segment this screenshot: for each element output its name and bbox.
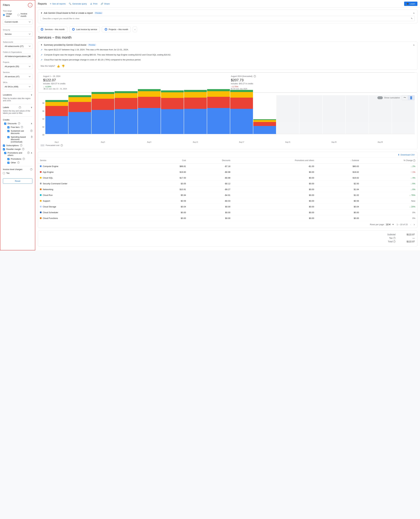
sustained-use-checkbox[interactable] [7, 130, 9, 132]
subtotal-cell-4: $1.64 [316, 186, 361, 192]
thumbs-down-button[interactable]: 👎 [61, 65, 65, 68]
reseller-margin-checkbox[interactable] [3, 148, 5, 150]
x-label-7 [207, 141, 230, 143]
subaccounts-select[interactable]: All subaccounts (27) [3, 44, 32, 49]
rows-per-page-select[interactable]: 10 25 50 [385, 223, 391, 226]
discounts-cell-4: -$9.27 [188, 186, 232, 192]
forecasted-help-icon[interactable]: ? [254, 75, 256, 77]
labels-title[interactable]: Labels ? ∨ [3, 106, 32, 109]
total-help-icon[interactable]: ? [393, 240, 396, 243]
col-discounts[interactable]: Discounts [188, 158, 232, 163]
folders-select[interactable]: All folders/organizations (28) [3, 54, 32, 59]
learn-button[interactable]: 🎓 Learn [404, 2, 417, 6]
col-promotions[interactable]: Promotions and others [232, 158, 316, 163]
service-dot-7 [40, 206, 42, 208]
bar-group-6[interactable] [184, 90, 207, 134]
invoice-month-option[interactable]: Invoice month [17, 13, 32, 17]
promotions-others-checkbox[interactable] [4, 152, 6, 154]
bar-group-12[interactable] [323, 95, 345, 134]
col-change[interactable]: % Change ? [361, 158, 417, 163]
services-select[interactable]: All services (47) [3, 74, 32, 79]
bar-group-14[interactable] [369, 95, 392, 134]
discounts-checkbox[interactable] [4, 123, 6, 125]
tax-help-icon[interactable]: ? [393, 237, 396, 239]
invoice-level-help-icon[interactable]: ? [30, 168, 32, 171]
thumbs-up-button[interactable]: 👍 [57, 65, 60, 68]
locations-title[interactable]: Locations ∨ [3, 94, 32, 96]
generate-query-link[interactable]: 🔍 Generate query [69, 3, 87, 5]
tab-last-invoice[interactable]: Last invoice by service [69, 26, 100, 32]
download-csv-button[interactable]: ⬇ Download CSV [398, 154, 415, 156]
tab-services-this-month[interactable]: Services – this month [38, 26, 67, 32]
collapse-filters-button[interactable]: › [28, 3, 32, 7]
tax-checkbox[interactable] [3, 172, 5, 174]
x-label-0: Aug 1 [45, 141, 68, 143]
promotions-others-item: Promotions and others ? ∧ [4, 152, 32, 156]
bar-group-15[interactable] [392, 95, 415, 134]
bar-group-9[interactable] [253, 119, 276, 134]
prev-page-button[interactable]: ‹ [410, 223, 411, 226]
bar-group-7[interactable] [207, 89, 230, 134]
bar-group-5[interactable] [161, 90, 184, 134]
tab-arrow-right[interactable]: › [133, 26, 137, 32]
tab-projects-this-month[interactable]: Projects – this month [102, 26, 131, 32]
skus-select[interactable]: All SKUs (408) [3, 84, 32, 89]
other-checkbox[interactable] [7, 162, 9, 164]
x-label-6: Aug 13 [184, 141, 207, 143]
projects-select[interactable]: All projects (55) [3, 64, 32, 69]
usage-date-option[interactable]: Usage date [3, 13, 15, 17]
summary-preview-badge: Preview [88, 44, 96, 46]
usage-date-radio[interactable] [3, 14, 5, 16]
reset-button[interactable]: Reset [3, 178, 32, 184]
bar-group-0[interactable] [45, 100, 68, 134]
promotions-others-chevron-icon: ∧ [31, 152, 32, 154]
bar-segment-5-0 [161, 109, 184, 134]
period-select[interactable]: Current month Previous month Custom rang… [3, 19, 32, 24]
invoice-month-radio[interactable] [17, 14, 20, 16]
change-cell-7: ↓ 20% [361, 204, 417, 209]
bar-group-10[interactable] [276, 95, 299, 134]
promotions-help-icon[interactable]: ? [22, 158, 25, 160]
gemini-collapse-icon[interactable]: ∧ [413, 12, 415, 14]
spending-based-checkbox[interactable] [7, 136, 9, 138]
subscriptions-checkbox[interactable] [3, 145, 5, 147]
col-subtotal[interactable]: ↓ Subtotal [316, 158, 361, 163]
x-label-3 [115, 141, 137, 143]
next-page-button[interactable]: › [414, 223, 415, 226]
other-help-icon[interactable]: ? [17, 161, 20, 164]
bar-group-2[interactable] [91, 92, 114, 134]
see-all-reports-link[interactable]: ≡ See all reports [50, 3, 66, 5]
bar-group-8[interactable] [230, 90, 253, 134]
bar-group-13[interactable] [346, 95, 368, 134]
bar-segment-15-0 [392, 112, 415, 134]
group-by-select[interactable]: Service Project SKU [3, 31, 32, 37]
gemini-edit-icon[interactable]: ✎ [411, 17, 413, 20]
promotions-others-help-icon[interactable]: ? [27, 152, 30, 154]
discounts-group: Discounts ? ∧ Free tiers ? Sustained use… [4, 122, 32, 143]
print-link[interactable]: 🖨 Print [90, 3, 98, 5]
bar-segment-11-0 [300, 112, 322, 134]
bar-group-4[interactable] [138, 89, 161, 134]
spending-based-help-icon[interactable]: ? [31, 136, 32, 138]
discounts-help-icon[interactable]: ? [18, 122, 20, 125]
subscriptions-help-icon[interactable]: ? [20, 144, 22, 147]
change-help-icon[interactable]: ? [413, 159, 415, 162]
labels-help-icon[interactable]: ? [19, 106, 21, 109]
bar-group-3[interactable] [115, 91, 137, 134]
bar-segment-1-1 [68, 102, 91, 112]
col-cost[interactable]: Cost [151, 158, 188, 163]
bar-group-11[interactable] [300, 95, 322, 134]
share-link[interactable]: 🔗 Share [101, 3, 110, 5]
forecast-help-icon[interactable]: ? [60, 144, 63, 147]
free-tiers-checkbox[interactable] [7, 126, 9, 128]
bar-stack-14 [369, 95, 392, 134]
free-tiers-help-icon[interactable]: ? [21, 126, 23, 128]
sustained-use-help-icon[interactable]: ? [30, 130, 32, 132]
summary-collapse-icon[interactable]: ∧ [413, 44, 415, 46]
promotions-checkbox[interactable] [7, 158, 9, 160]
reseller-margin-help-icon[interactable]: ? [22, 148, 24, 150]
bar-stack-3 [115, 91, 137, 134]
col-service[interactable]: Service [38, 158, 151, 163]
bar-group-1[interactable] [68, 95, 91, 134]
gemini-input[interactable] [43, 17, 410, 20]
